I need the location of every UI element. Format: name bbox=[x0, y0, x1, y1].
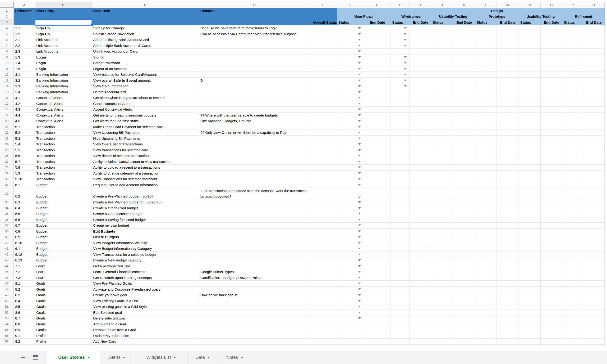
cell-M35[interactable] bbox=[497, 211, 519, 217]
cell-K13[interactable] bbox=[453, 78, 475, 84]
cell-L13[interactable] bbox=[475, 78, 497, 84]
cell-Q58[interactable] bbox=[583, 345, 605, 347]
status-dropdown-arrow-icon[interactable] bbox=[358, 242, 361, 244]
cell-K4[interactable] bbox=[453, 25, 475, 31]
cell-Q7[interactable] bbox=[583, 43, 605, 49]
cell-C15[interactable]: Delete Account/Card bbox=[92, 89, 199, 95]
cell-N44[interactable] bbox=[519, 263, 541, 269]
row-header-5[interactable]: 5 bbox=[0, 31, 14, 37]
status-dropdown-arrow-icon[interactable] bbox=[358, 259, 361, 261]
cell-G4[interactable] bbox=[364, 25, 391, 31]
cell-J30[interactable] bbox=[431, 176, 453, 182]
cell-D51[interactable] bbox=[199, 304, 310, 310]
cell-L39[interactable] bbox=[475, 234, 497, 240]
cell-H33[interactable] bbox=[391, 199, 410, 205]
cell-E9[interactable] bbox=[310, 54, 337, 60]
cell-H36[interactable] bbox=[391, 217, 410, 223]
cell-D4[interactable]: Because we have feature to move funds to… bbox=[199, 25, 310, 31]
cell-E19[interactable] bbox=[310, 113, 337, 118]
cell-K43[interactable] bbox=[453, 258, 475, 263]
cell-O26[interactable] bbox=[541, 153, 562, 159]
cell-E31[interactable] bbox=[310, 182, 337, 188]
cell-P49[interactable] bbox=[562, 292, 583, 298]
cell-M4[interactable] bbox=[497, 25, 519, 31]
cell-D17[interactable] bbox=[199, 101, 310, 107]
cell-I57[interactable] bbox=[410, 339, 431, 345]
cell-F20[interactable] bbox=[337, 118, 364, 124]
status-dropdown-arrow-icon[interactable] bbox=[358, 33, 361, 35]
row-header-52[interactable]: 52 bbox=[0, 310, 14, 316]
cell-L28[interactable] bbox=[475, 165, 497, 170]
cell-N25[interactable] bbox=[519, 147, 541, 153]
cell-K37[interactable] bbox=[453, 223, 475, 229]
row-header-56[interactable]: 56 bbox=[0, 333, 14, 339]
cell-P51[interactable] bbox=[562, 304, 583, 310]
cell-F44[interactable] bbox=[337, 263, 364, 269]
cell-F25[interactable] bbox=[337, 147, 364, 153]
cell-I10[interactable] bbox=[410, 60, 431, 66]
status-dropdown-arrow-icon[interactable] bbox=[358, 39, 361, 40]
cell-B7[interactable]: Link Accounts bbox=[35, 43, 92, 49]
cell-P46[interactable] bbox=[562, 275, 583, 281]
cell-F41[interactable] bbox=[337, 246, 364, 252]
cell-G36[interactable] bbox=[364, 217, 391, 223]
status-dropdown-arrow-icon[interactable] bbox=[358, 45, 361, 46]
cell-F49[interactable] bbox=[337, 292, 364, 298]
cell-F56[interactable] bbox=[337, 333, 364, 339]
status-dropdown-arrow-icon[interactable] bbox=[358, 224, 361, 226]
cell-B48[interactable]: Goals bbox=[35, 286, 92, 292]
cell-Q5[interactable] bbox=[583, 31, 605, 37]
cell-M28[interactable] bbox=[497, 165, 519, 170]
cell-O11[interactable] bbox=[541, 66, 562, 72]
cell-D10[interactable] bbox=[199, 60, 310, 66]
cell-G39[interactable] bbox=[364, 234, 391, 240]
cell-L42[interactable] bbox=[475, 252, 497, 258]
cell-D53[interactable] bbox=[199, 315, 310, 321]
cell-O10[interactable] bbox=[541, 60, 562, 66]
cell-C35[interactable]: Create a Goal focussed budget bbox=[92, 211, 199, 217]
cell-J9[interactable] bbox=[431, 54, 453, 60]
cell-A41[interactable]: 6.11 bbox=[14, 246, 35, 252]
cell-P36[interactable] bbox=[562, 217, 583, 223]
row-header-8[interactable]: 8 bbox=[0, 49, 14, 54]
cell-N21[interactable] bbox=[519, 124, 541, 130]
cell-C10[interactable]: Forgot Password bbox=[92, 60, 199, 66]
cell-D34[interactable] bbox=[199, 205, 310, 211]
cell-H28[interactable] bbox=[391, 165, 410, 170]
cell-B38[interactable]: Budget bbox=[35, 229, 92, 234]
status-dropdown-arrow-icon[interactable] bbox=[358, 172, 361, 174]
status-dropdown-arrow-icon[interactable] bbox=[358, 213, 361, 215]
cell-G46[interactable] bbox=[364, 275, 391, 281]
status-dropdown-arrow-icon[interactable] bbox=[404, 74, 407, 75]
cell-K9[interactable] bbox=[453, 54, 475, 60]
cell-H55[interactable] bbox=[391, 327, 410, 333]
cell-E53[interactable] bbox=[310, 315, 337, 321]
cell-E49[interactable] bbox=[310, 292, 337, 298]
cell-H7[interactable] bbox=[391, 43, 410, 49]
cell-J20[interactable] bbox=[431, 118, 453, 124]
cell-I29[interactable] bbox=[410, 170, 431, 176]
cell-O7[interactable] bbox=[541, 43, 562, 49]
cell-A50[interactable]: 8.4 bbox=[14, 298, 35, 304]
cell-K26[interactable] bbox=[453, 153, 475, 159]
cell-N7[interactable] bbox=[519, 43, 541, 49]
cell-G23[interactable] bbox=[364, 136, 391, 142]
cell-I32[interactable] bbox=[410, 188, 431, 199]
cell-H10[interactable] bbox=[391, 60, 410, 66]
cell-P30[interactable] bbox=[562, 176, 583, 182]
column-header-I[interactable]: I bbox=[410, 2, 431, 8]
cell-A48[interactable]: 8.2 bbox=[14, 286, 35, 292]
cell-E4[interactable] bbox=[310, 25, 337, 31]
cell-D29[interactable] bbox=[199, 170, 310, 176]
cell-E41[interactable] bbox=[310, 246, 337, 252]
status-dropdown-arrow-icon[interactable] bbox=[358, 138, 361, 139]
cell-A46[interactable]: 7.3 bbox=[14, 275, 35, 281]
cell-E17[interactable] bbox=[310, 101, 337, 107]
cell-L21[interactable] bbox=[475, 124, 497, 130]
cell-H50[interactable] bbox=[391, 298, 410, 304]
cell-H16[interactable] bbox=[391, 95, 410, 101]
cell-I30[interactable] bbox=[410, 176, 431, 182]
cell-B41[interactable]: Budget bbox=[35, 246, 92, 252]
cell-J54[interactable] bbox=[431, 321, 453, 327]
cell-E39[interactable] bbox=[310, 234, 337, 240]
